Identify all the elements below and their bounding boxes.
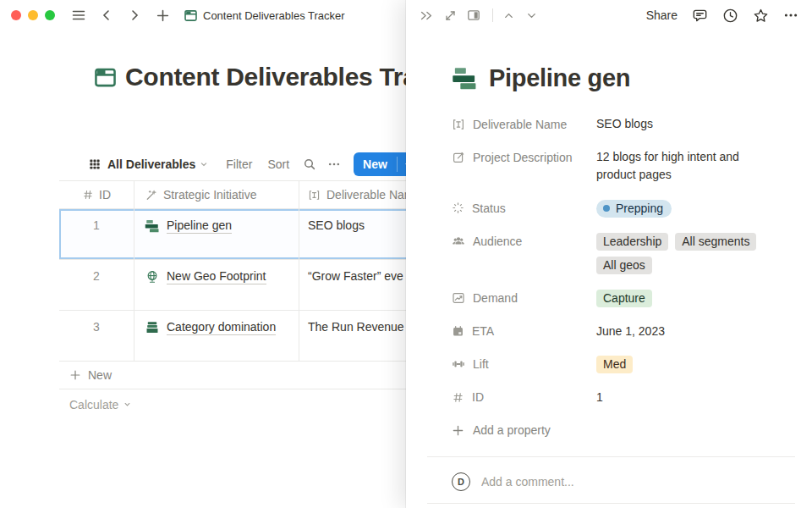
add-row-label: New xyxy=(88,368,112,382)
property-label[interactable]: Lift xyxy=(452,356,596,373)
property-value[interactable]: 1 xyxy=(596,389,603,406)
status-dot xyxy=(603,205,610,212)
tag-pill[interactable]: Leadership xyxy=(596,233,668,251)
property-row-eta: ETA June 1, 2023 xyxy=(452,323,791,340)
next-record-icon[interactable] xyxy=(525,9,538,22)
filter-button[interactable]: Filter xyxy=(226,157,252,171)
property-value[interactable]: Capture xyxy=(596,290,652,307)
property-row-status: Status Prepping xyxy=(452,199,791,218)
side-peek-mode-icon[interactable] xyxy=(467,8,480,22)
bar-chart-icon xyxy=(145,218,160,234)
comments-icon[interactable] xyxy=(692,8,708,24)
add-property-label: Add a property xyxy=(473,423,551,437)
tag-pill[interactable]: All geos xyxy=(596,257,652,274)
back-button[interactable] xyxy=(96,5,117,25)
archive-stack-icon xyxy=(145,320,160,335)
window-titlebar: Content Deliverables Tracker xyxy=(0,0,406,30)
more-options-icon[interactable] xyxy=(783,8,798,23)
new-record-button[interactable]: New xyxy=(354,152,397,176)
record-title[interactable]: Pipeline gen xyxy=(489,64,630,92)
page-link[interactable]: New Geo Footprint xyxy=(145,269,266,284)
more-options-icon[interactable] xyxy=(327,157,341,171)
add-property-button[interactable]: Add a property xyxy=(452,422,791,439)
property-row-id: ID 1 xyxy=(452,389,791,406)
double-chevron-close-icon[interactable] xyxy=(419,9,434,22)
property-label[interactable]: Status xyxy=(452,199,596,217)
tag-pill[interactable]: Med xyxy=(596,356,633,373)
cell-strategic-initiative[interactable]: Category domination xyxy=(134,311,299,361)
property-label-text: Deliverable Name xyxy=(473,118,567,131)
number-hash-icon xyxy=(452,391,464,404)
property-row-project-description: Project Description 12 blogs for high in… xyxy=(452,148,791,184)
database-page-icon xyxy=(180,5,200,25)
traffic-lights xyxy=(11,10,55,20)
comment-input[interactable] xyxy=(481,475,791,489)
status-pill[interactable]: Prepping xyxy=(596,200,672,218)
property-value[interactable]: Prepping xyxy=(596,199,672,218)
property-value[interactable]: Med xyxy=(596,356,633,373)
close-window-button[interactable] xyxy=(11,10,21,20)
chevron-down-icon xyxy=(123,400,132,409)
property-label[interactable]: ID xyxy=(452,389,596,406)
zoom-window-button[interactable] xyxy=(45,10,55,20)
calendar-icon xyxy=(452,325,464,338)
view-tab-all-deliverables[interactable]: All Deliverables xyxy=(107,157,195,171)
status-spinner-icon xyxy=(452,202,464,214)
sidebar-menu-icon[interactable] xyxy=(69,5,89,25)
cell-id[interactable]: 3 xyxy=(59,311,134,361)
history-clock-icon[interactable] xyxy=(722,8,738,24)
cell-id[interactable]: 1 xyxy=(59,209,134,259)
property-value[interactable]: Leadership All segments All geos xyxy=(596,233,791,274)
property-row-audience: Audience Leadership All segments All geo… xyxy=(452,233,791,274)
edit-text-icon xyxy=(452,151,465,164)
previous-record-icon[interactable] xyxy=(502,9,515,22)
share-button[interactable]: Share xyxy=(646,8,678,22)
property-label[interactable]: Deliverable Name xyxy=(452,115,596,133)
property-label-text: Status xyxy=(472,202,506,215)
cell-id[interactable]: 2 xyxy=(59,260,134,310)
user-avatar: D xyxy=(452,472,470,491)
property-label-text: ID xyxy=(472,390,484,404)
favorite-star-icon[interactable] xyxy=(753,8,769,24)
page-link-label: Category domination xyxy=(167,320,276,335)
minimize-window-button[interactable] xyxy=(28,10,38,20)
property-label[interactable]: Project Description xyxy=(452,148,596,166)
dumbbell-icon xyxy=(452,357,465,371)
chevron-down-icon[interactable] xyxy=(199,159,209,169)
column-header-id[interactable]: ID xyxy=(59,188,134,202)
column-header-strategic-initiative[interactable]: Strategic Initiative xyxy=(134,181,299,208)
column-label: ID xyxy=(99,188,111,202)
tag-pill[interactable]: Capture xyxy=(596,290,652,307)
property-label[interactable]: Demand xyxy=(452,290,596,307)
bar-chart-icon[interactable] xyxy=(452,65,478,91)
peek-toolbar: Share xyxy=(406,0,812,30)
title-property-icon xyxy=(308,189,321,202)
page-link[interactable]: Category domination xyxy=(145,320,276,335)
cell-strategic-initiative[interactable]: New Geo Footprint xyxy=(134,260,299,310)
forward-button[interactable] xyxy=(124,5,145,25)
title-property-icon xyxy=(452,118,465,131)
column-label: Strategic Initiative xyxy=(163,188,257,202)
cell-strategic-initiative[interactable]: Pipeline gen xyxy=(134,209,299,259)
sort-button[interactable]: Sort xyxy=(267,157,289,171)
property-value[interactable]: June 1, 2023 xyxy=(596,323,665,340)
table-view-icon xyxy=(89,158,101,170)
search-icon[interactable] xyxy=(303,157,316,171)
new-tab-icon[interactable] xyxy=(152,5,173,25)
database-page-icon-large[interactable] xyxy=(93,65,118,90)
property-row-lift: Lift Med xyxy=(452,356,791,373)
tag-pill[interactable]: All segments xyxy=(675,233,756,251)
property-label[interactable]: ETA xyxy=(452,323,596,340)
sparkle-wand-icon xyxy=(145,189,157,202)
page-link[interactable]: Pipeline gen xyxy=(145,218,232,234)
property-label[interactable]: Audience xyxy=(452,233,596,251)
page-link-label: Pipeline gen xyxy=(167,218,232,234)
globe-icon xyxy=(145,269,160,284)
expand-page-icon[interactable] xyxy=(444,9,457,22)
page-link-label: New Geo Footprint xyxy=(167,269,266,284)
property-value[interactable]: SEO blogs xyxy=(596,115,653,133)
comment-composer: D xyxy=(452,472,791,491)
window-title: Content Deliverables Tracker xyxy=(203,9,345,22)
status-text: Prepping xyxy=(616,200,663,218)
property-value[interactable]: 12 blogs for high intent and product pag… xyxy=(596,148,765,184)
